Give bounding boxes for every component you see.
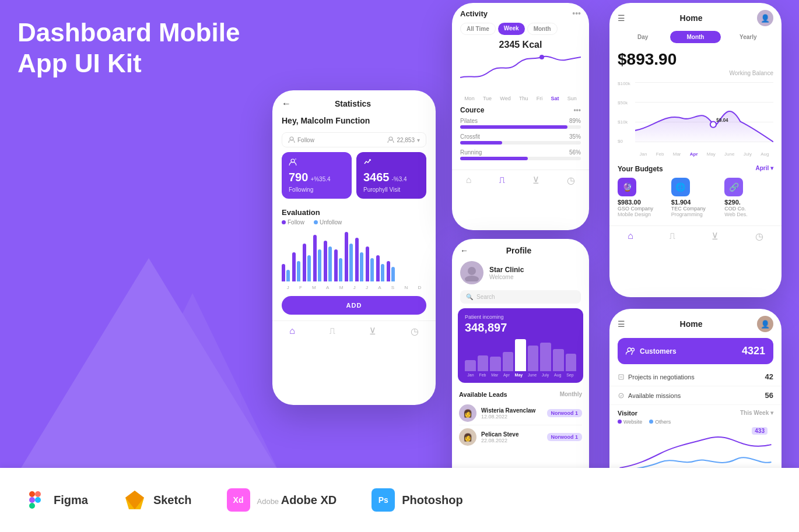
svg-point-13 xyxy=(710,121,716,127)
svg-rect-20 xyxy=(29,497,35,503)
following-card: 790 +%35.4 Following xyxy=(282,152,352,199)
finance-header: ☰ Home 👤 xyxy=(609,3,782,29)
back-arrow-icon[interactable]: ← xyxy=(282,98,291,109)
course-more-icon[interactable]: ••• xyxy=(573,106,581,114)
photoshop-tool: Ps Photoshop xyxy=(372,488,462,512)
svg-rect-18 xyxy=(29,491,35,497)
more-icon[interactable]: ••• xyxy=(572,9,581,18)
customers-card: Customers 4321 xyxy=(618,338,773,364)
chart-month-labels: JanFebMarAprMayJuneJulyAug xyxy=(635,152,773,157)
add-button[interactable]: ADD xyxy=(282,296,426,315)
running-course: Running56% xyxy=(460,149,581,160)
svg-text:$9.04: $9.04 xyxy=(716,118,728,123)
home-hamburger-icon[interactable]: ☰ xyxy=(618,319,625,329)
visitor-chart: 433 xyxy=(618,427,773,474)
day-tab[interactable]: Day xyxy=(618,31,668,43)
phone-profile: ← Profile Star Clinic Welcome 🔍 Search P… xyxy=(452,239,589,507)
lead-avatar-1: 👩 xyxy=(459,404,476,422)
phone-finance: ☰ Home 👤 Day Month Yearly $893.90 Workin… xyxy=(609,3,782,297)
bottom-nav-2: ⌂ ⎍ ⊻ ◷ xyxy=(452,170,589,192)
follow-row: Follow 22,853 ▾ xyxy=(282,132,426,147)
home-header: ☰ Home 👤 xyxy=(609,309,782,334)
chart-icon-2[interactable]: ⎍ xyxy=(499,175,505,186)
home-icon-2[interactable]: ⌂ xyxy=(466,175,472,186)
visitor-legend: Website Others xyxy=(618,419,773,425)
home-nav-4[interactable]: ⌂ xyxy=(628,231,633,242)
sketch-tool: Sketch xyxy=(123,488,192,512)
budget-cards: 🔮 $983.00 GSO Company Mobile Design 🌐 $1… xyxy=(618,178,773,217)
bg-triangles xyxy=(17,258,280,474)
yearly-tab[interactable]: Yearly xyxy=(723,31,773,43)
phone-activity: Activity ••• All Time Week Month 2345 Kc… xyxy=(452,3,589,230)
bottom-nav-4: ⌂ ⎍ ⊻ ◷ xyxy=(609,226,782,248)
svg-point-7 xyxy=(468,267,476,275)
svg-rect-21 xyxy=(29,503,35,509)
finance-chart: $100k$50k$10k$0 $9.04 JanFebMarAprMayJun… xyxy=(618,81,773,157)
course-section: Cource ••• Pilates89% Crossfit35% Runnin… xyxy=(452,103,589,167)
svg-point-15 xyxy=(628,348,631,351)
finance-title: Home xyxy=(630,13,752,23)
svg-point-17 xyxy=(619,393,623,398)
home-nav-icon[interactable]: ⌂ xyxy=(289,326,295,337)
month-labels: JFMAMJJASND xyxy=(272,285,436,290)
photoshop-icon: Ps xyxy=(372,488,395,512)
profile-info: Star Clinic Welcome xyxy=(452,258,589,288)
lead-badge-1: Norwood 1 xyxy=(547,409,583,417)
svg-point-16 xyxy=(632,348,635,351)
profile-back-icon[interactable]: ← xyxy=(460,246,468,255)
filter-nav-4[interactable]: ⊻ xyxy=(712,231,719,242)
svg-point-6 xyxy=(539,55,544,59)
finance-user-avatar: 👤 xyxy=(757,10,773,26)
patient-banner: Patient incoming 348,897 JanFebMarAprMay… xyxy=(458,308,583,383)
activity-tabs: All Time Week Month xyxy=(452,20,589,37)
budgets-section: Your Budgets April ▾ 🔮 $983.00 GSO Compa… xyxy=(609,161,782,221)
activity-chart: 2345 Kcal xyxy=(460,40,581,92)
lead-avatar-2: 👩 xyxy=(459,428,476,446)
budget-card-3: 🔗 $290. COD Co. Web Des. xyxy=(724,178,773,217)
bottom-nav-1: ⌂ ⎍ ⊻ ◷ xyxy=(272,320,436,343)
chart-nav-4[interactable]: ⎍ xyxy=(670,231,675,242)
balance-label: Working Balance xyxy=(609,70,782,76)
hamburger-icon[interactable]: ☰ xyxy=(618,13,625,23)
all-time-tab[interactable]: All Time xyxy=(460,23,496,35)
lead-item-2: 👩 Pelican Steve 22.08.2022 Norwood 1 xyxy=(459,425,582,449)
balance-amount: $893.90 xyxy=(609,45,782,70)
bottom-bar: Figma Sketch Xd Adobe Adobe XD Ps Photos… xyxy=(0,468,799,532)
search-icon: 🔍 xyxy=(466,294,473,300)
month-tab-finance[interactable]: Month xyxy=(670,31,720,43)
chart-nav-icon[interactable]: ⎍ xyxy=(330,326,335,337)
adobexd-icon: Xd xyxy=(227,488,250,512)
profile-title: Profile xyxy=(473,246,565,255)
time-nav-icon[interactable]: ◷ xyxy=(411,326,419,337)
svg-rect-19 xyxy=(35,491,41,497)
patient-months: JanFebMarAprMayJuneJulyAugSep xyxy=(465,373,576,377)
month-tab[interactable]: Month xyxy=(527,23,558,35)
leads-section: Available Leads Monthly 👩 Wisteria Raven… xyxy=(452,387,589,452)
home-title: Home xyxy=(630,319,752,329)
lead-item-1: 👩 Wisteria Ravenclaw 12.08.2022 Norwood … xyxy=(459,401,582,425)
filter-icon-2[interactable]: ⊻ xyxy=(532,175,539,186)
time-icon-2[interactable]: ◷ xyxy=(567,175,575,186)
clinic-avatar xyxy=(460,261,483,284)
eval-chart xyxy=(282,229,426,281)
adobexd-tool: Xd Adobe Adobe XD xyxy=(227,488,337,512)
home-user-avatar: 👤 xyxy=(757,316,773,332)
figma-tool: Figma xyxy=(23,488,88,512)
projects-row: Projects in negotiations 42 xyxy=(609,368,782,386)
sketch-icon xyxy=(123,488,146,512)
visit-card: 3465 -%3.4 Purophyll Visit xyxy=(356,152,426,199)
eval-legend: Follow Unfollow xyxy=(272,219,436,226)
finance-tabs: Day Month Yearly xyxy=(609,29,782,45)
lead-badge-2: Norwood 1 xyxy=(547,433,583,441)
stats-cards: 790 +%35.4 Following 3465 -%3.4 Purophyl… xyxy=(282,152,426,199)
budget-card-1: 🔮 $983.00 GSO Company Mobile Design xyxy=(618,178,667,217)
week-tab[interactable]: Week xyxy=(498,23,525,35)
time-nav-4[interactable]: ◷ xyxy=(755,231,763,242)
budget-card-2: 🌐 $1.904 TEC Company Programming xyxy=(671,178,720,217)
patient-chart xyxy=(465,339,576,371)
filter-nav-icon[interactable]: ⊻ xyxy=(369,326,376,337)
profile-search[interactable]: 🔍 Search xyxy=(460,290,581,304)
phone-statistics: ← Statistics Hey, Malcolm Function Follo… xyxy=(272,90,436,405)
svg-point-22 xyxy=(35,497,41,503)
pilates-course: Pilates89% xyxy=(460,118,581,129)
